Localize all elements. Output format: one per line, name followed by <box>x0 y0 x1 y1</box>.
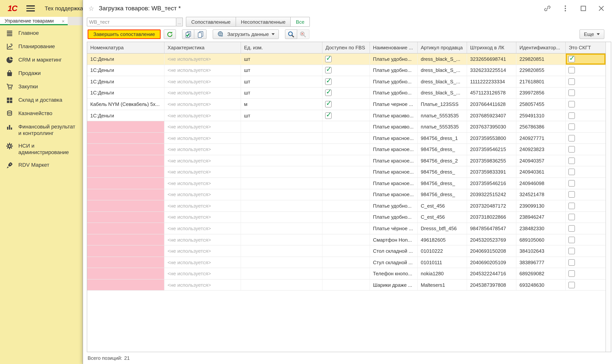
cell-skgt[interactable] <box>566 133 606 143</box>
cell-barcode[interactable]: 2040690205109 <box>467 257 516 268</box>
cell-name[interactable]: Телефон кнопо... <box>370 268 418 279</box>
cell-unit[interactable]: шт <box>241 76 322 87</box>
cell-fbs[interactable] <box>322 87 370 98</box>
cell-article[interactable]: 984756_dress_2 <box>418 155 467 166</box>
cell-unit[interactable] <box>241 223 322 234</box>
cell-name[interactable]: Платье удобно... <box>370 212 418 222</box>
column-header-unit[interactable]: Ед. изм. <box>241 42 322 53</box>
cell-unit[interactable] <box>241 189 322 200</box>
cell-characteristic[interactable]: <не используется> <box>164 121 241 132</box>
cell-skgt[interactable] <box>566 121 606 132</box>
cell-barcode[interactable]: 2040693150208 <box>467 246 516 257</box>
sidebar-item-planning[interactable]: Планирование <box>0 40 83 53</box>
filter-unmatched[interactable]: Несопоставленные <box>236 17 291 27</box>
cell-identifier[interactable]: 259491310 <box>516 110 566 121</box>
table-row[interactable]: <не используется> Платье удобно... C_est… <box>87 200 606 212</box>
table-row[interactable]: <не используется> Шарики драже ... Malte… <box>87 280 606 291</box>
cell-skgt[interactable] <box>566 280 606 290</box>
cell-barcode[interactable]: 2037359546215 <box>467 144 516 155</box>
cell-characteristic[interactable]: <не используется> <box>164 53 241 65</box>
cell-identifier[interactable]: 384102643 <box>516 246 566 257</box>
tab-product-management[interactable]: Управление товарами × <box>0 17 68 25</box>
tab-close-icon[interactable]: × <box>61 18 66 24</box>
column-header-barcode[interactable]: Штрихкод в ЛК <box>467 42 516 53</box>
cell-unit[interactable]: м <box>241 99 322 110</box>
cell-characteristic[interactable]: <не используется> <box>164 65 241 76</box>
table-row[interactable]: <не используется> Платье красное... 9847… <box>87 133 606 144</box>
skgt-checkbox[interactable] <box>568 270 575 277</box>
cell-name[interactable]: Платье красное... <box>370 189 418 200</box>
cell-article[interactable]: 496182605 <box>418 234 467 245</box>
cell-unit[interactable] <box>241 121 322 132</box>
cell-article[interactable]: C_est_456 <box>418 212 467 222</box>
cell-name[interactable]: Платье удобно... <box>370 65 418 76</box>
skgt-checkbox[interactable] <box>568 124 575 130</box>
cell-skgt[interactable] <box>566 178 606 189</box>
cell-name[interactable]: Смартфон Hon... <box>370 234 418 245</box>
cell-nomenclature[interactable] <box>87 200 164 211</box>
kebab-menu-icon[interactable] <box>561 5 569 12</box>
cell-characteristic[interactable]: <не используется> <box>164 234 241 245</box>
table-row[interactable]: <не используется> Платье красное... 9847… <box>87 167 606 178</box>
cell-identifier[interactable]: 258057455 <box>516 99 566 110</box>
cell-article[interactable]: 984756_dress_ <box>418 144 467 155</box>
link-icon[interactable] <box>544 5 551 12</box>
cell-fbs[interactable] <box>322 121 370 132</box>
column-header-name[interactable]: Наименование ... <box>370 42 418 53</box>
cell-unit[interactable] <box>241 200 322 211</box>
cell-barcode[interactable]: 2037359836255 <box>467 155 516 166</box>
cell-skgt[interactable] <box>566 76 606 87</box>
cell-fbs[interactable] <box>322 223 370 234</box>
cell-barcode[interactable]: 2037637395030 <box>467 121 516 132</box>
fbs-checkbox[interactable] <box>325 67 332 74</box>
cell-identifier[interactable]: 229820851 <box>516 53 566 65</box>
skgt-checkbox[interactable] <box>568 225 575 232</box>
cell-characteristic[interactable]: <не используется> <box>164 144 241 155</box>
cell-barcode[interactable]: 2037359833391 <box>467 167 516 177</box>
cell-fbs[interactable] <box>322 257 370 268</box>
cell-barcode[interactable]: 2045322244716 <box>467 268 516 279</box>
finish-matching-button[interactable]: Завершить сопоставление <box>88 29 161 39</box>
cell-characteristic[interactable]: <не используется> <box>164 268 241 279</box>
cell-unit[interactable] <box>241 234 322 245</box>
table-row[interactable]: Кабель NYM (Севкабель) 5х... <не использ… <box>87 99 606 110</box>
cell-fbs[interactable] <box>322 189 370 200</box>
cell-name[interactable]: Платье красное... <box>370 178 418 189</box>
cell-skgt[interactable] <box>566 144 606 155</box>
cell-identifier[interactable]: 229820855 <box>516 65 566 76</box>
cell-nomenclature[interactable] <box>87 268 164 279</box>
cell-identifier[interactable]: 238482330 <box>516 223 566 234</box>
cell-fbs[interactable] <box>322 234 370 245</box>
cell-skgt[interactable] <box>566 246 606 257</box>
cell-nomenclature[interactable] <box>87 234 164 245</box>
cell-name[interactable]: Стол складной ... <box>370 246 418 257</box>
cell-nomenclature[interactable] <box>87 155 164 166</box>
cell-nomenclature[interactable] <box>87 257 164 268</box>
cell-name[interactable]: Платье чёрное ... <box>370 223 418 234</box>
hamburger-menu-icon[interactable] <box>27 5 35 12</box>
cell-name[interactable]: Платье красиво... <box>370 121 418 132</box>
cell-fbs[interactable] <box>322 268 370 279</box>
cell-fbs[interactable] <box>322 110 370 121</box>
cell-unit[interactable] <box>241 246 322 257</box>
vertical-scrollbar[interactable] <box>606 42 611 352</box>
fbs-checkbox[interactable] <box>325 56 332 62</box>
cell-unit[interactable]: шт <box>241 53 322 65</box>
fbs-checkbox[interactable] <box>325 90 332 96</box>
skgt-checkbox[interactable] <box>568 259 575 266</box>
cell-unit[interactable] <box>241 212 322 222</box>
cell-article[interactable]: платье_5553535 <box>418 110 467 121</box>
uncheck-all-button[interactable] <box>194 29 207 39</box>
column-header-identifier[interactable]: Идентификатор... <box>516 42 566 53</box>
cell-fbs[interactable] <box>322 200 370 211</box>
cell-identifier[interactable]: 689105060 <box>516 234 566 245</box>
cell-fbs[interactable] <box>322 155 370 166</box>
filter-matched[interactable]: Сопоставленные <box>186 17 236 27</box>
cell-nomenclature[interactable] <box>87 223 164 234</box>
cell-characteristic[interactable]: <не используется> <box>164 133 241 143</box>
cell-fbs[interactable] <box>322 280 370 290</box>
cell-characteristic[interactable]: <не используется> <box>164 200 241 211</box>
cell-nomenclature[interactable] <box>87 189 164 200</box>
cell-identifier[interactable]: 693248630 <box>516 280 566 290</box>
cell-article[interactable]: dress_black_S_... <box>418 76 467 87</box>
